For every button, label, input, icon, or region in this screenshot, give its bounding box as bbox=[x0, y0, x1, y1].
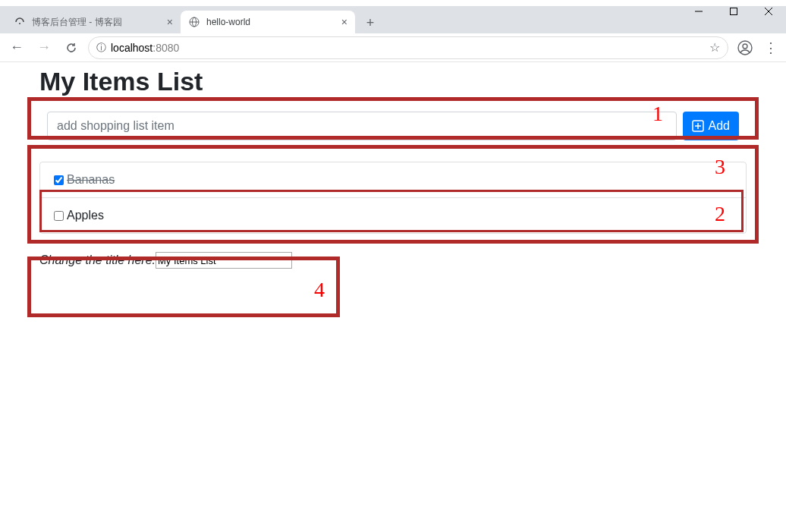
minimize-button[interactable] bbox=[681, 0, 716, 23]
page-title: My Items List bbox=[39, 67, 786, 96]
favicon-globe-icon bbox=[188, 16, 200, 28]
item-text: Apples bbox=[67, 209, 104, 222]
list-item: Apples bbox=[40, 198, 746, 233]
url-port: :8080 bbox=[152, 42, 179, 54]
new-tab-button[interactable]: + bbox=[360, 12, 381, 33]
annotation-number-4: 4 bbox=[314, 278, 325, 302]
items-list: Bananas Apples bbox=[39, 162, 747, 234]
maximize-button[interactable] bbox=[716, 0, 751, 23]
new-item-input[interactable] bbox=[47, 112, 677, 140]
add-button-label: Add bbox=[709, 119, 730, 133]
svg-point-9 bbox=[743, 44, 747, 49]
tab-close-icon[interactable]: × bbox=[167, 16, 173, 28]
title-input[interactable] bbox=[156, 252, 292, 269]
title-change-label: Change the title here: bbox=[39, 253, 156, 266]
site-info-icon[interactable]: ⓘ bbox=[96, 41, 106, 55]
address-bar[interactable]: ⓘ localhost:8080 ☆ bbox=[88, 36, 728, 59]
favicon-cnblogs-icon bbox=[14, 16, 26, 28]
tab-inactive-0[interactable]: 博客后台管理 - 博客园 × bbox=[6, 11, 181, 33]
url-host: localhost bbox=[111, 42, 152, 54]
bookmark-star-icon[interactable]: ☆ bbox=[709, 40, 720, 55]
plus-square-icon bbox=[692, 120, 704, 132]
toolbar: ← → ⓘ localhost:8080 ☆ ⋮ bbox=[0, 33, 786, 62]
tab-active-1[interactable]: hello-world × bbox=[181, 11, 355, 33]
add-button[interactable]: Add bbox=[683, 112, 739, 140]
close-button[interactable] bbox=[751, 0, 786, 23]
profile-avatar-button[interactable] bbox=[734, 37, 756, 58]
forward-button[interactable]: → bbox=[33, 37, 55, 58]
tab-title: 博客后台管理 - 博客园 bbox=[32, 16, 161, 29]
svg-point-4 bbox=[19, 23, 20, 24]
item-checkbox[interactable] bbox=[54, 175, 64, 185]
list-item: Bananas bbox=[40, 162, 746, 198]
back-button[interactable]: ← bbox=[6, 37, 27, 58]
tab-title: hello-world bbox=[206, 17, 335, 27]
tab-strip: 博客后台管理 - 博客园 × hello-world × + bbox=[0, 6, 786, 33]
reload-button[interactable] bbox=[61, 37, 82, 58]
tab-close-icon[interactable]: × bbox=[341, 16, 347, 28]
add-item-row: Add bbox=[39, 101, 747, 151]
item-checkbox[interactable] bbox=[54, 211, 64, 221]
menu-button[interactable]: ⋮ bbox=[762, 39, 780, 56]
svg-rect-1 bbox=[731, 8, 737, 15]
page-content: My Items List Add Bananas Apples Change … bbox=[0, 62, 786, 269]
window-controls bbox=[681, 0, 786, 23]
title-change-row: Change the title here: bbox=[39, 252, 786, 269]
item-text: Bananas bbox=[67, 173, 115, 187]
